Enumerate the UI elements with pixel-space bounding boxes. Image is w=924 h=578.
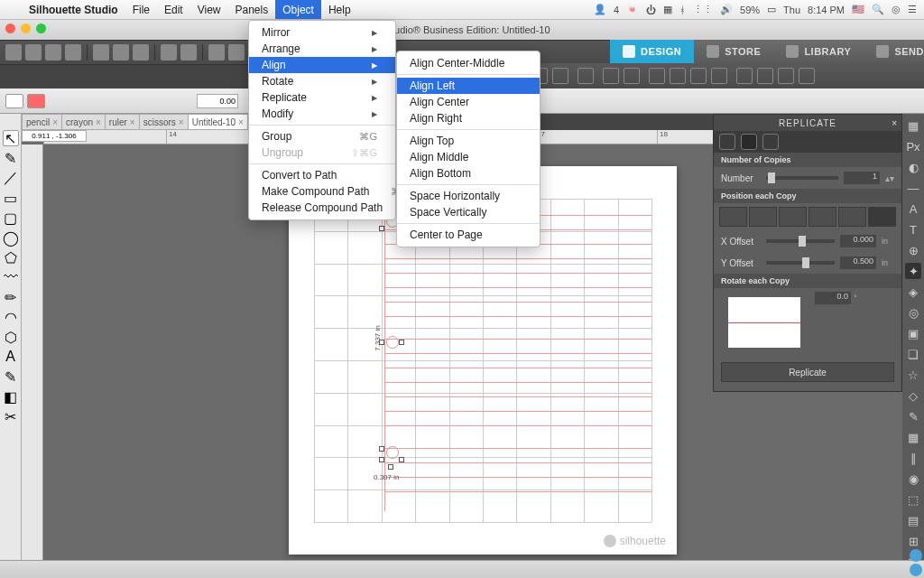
doc-tab[interactable]: crayon× <box>61 114 106 130</box>
replicate-button[interactable]: Replicate <box>721 362 894 382</box>
line-color-chip[interactable] <box>27 94 45 108</box>
menu-object[interactable]: Object <box>275 0 321 19</box>
number-stepper[interactable]: ▴▾ <box>885 173 894 183</box>
panel-tab-object[interactable] <box>762 134 779 150</box>
replicate-grid-icon[interactable] <box>690 68 707 84</box>
doc-tab-active[interactable]: Untitled-10× <box>188 114 248 130</box>
pos-down-gap[interactable] <box>838 207 866 227</box>
transform-panel-icon[interactable]: ⊕ <box>905 242 921 258</box>
spotlight-icon[interactable]: 🔍 <box>872 4 884 15</box>
menu-help[interactable]: Help <box>321 0 358 19</box>
space-vertically[interactable]: Space Vertically <box>397 204 540 220</box>
barcode-icon[interactable]: ∥ <box>905 450 921 466</box>
close-tab-icon[interactable]: × <box>179 117 184 127</box>
panel-tab-advanced[interactable] <box>741 134 757 150</box>
menu-group[interactable]: Group⌘G <box>249 128 395 144</box>
cut-icon[interactable] <box>93 44 109 61</box>
draw-note-tool[interactable]: ✎ <box>3 368 19 385</box>
line-panel-icon[interactable]: — <box>905 180 921 196</box>
fill-color-chip[interactable] <box>5 94 23 108</box>
rhinestone-icon[interactable]: ◇ <box>905 387 921 404</box>
close-tab-icon[interactable]: × <box>130 117 135 127</box>
align-center[interactable]: Align Center <box>397 94 540 110</box>
edit-points-tool[interactable]: ✎ <box>3 150 19 166</box>
menu-replicate[interactable]: Replicate <box>249 89 395 106</box>
angle-field[interactable]: 0.00 <box>197 94 238 108</box>
menu-edit[interactable]: Edit <box>157 0 190 19</box>
copy-icon[interactable] <box>113 44 129 61</box>
replicate-panel-icon[interactable]: ✦ <box>905 263 921 279</box>
siri-icon[interactable]: ◎ <box>892 4 901 15</box>
tiling-icon[interactable]: ⊞ <box>905 533 921 549</box>
themes-icon[interactable] <box>910 564 922 576</box>
menu-mirror[interactable]: Mirror <box>249 24 395 41</box>
selection-handle[interactable] <box>399 457 404 462</box>
flower-icon[interactable] <box>736 68 753 84</box>
fill-panel-icon[interactable]: ◐ <box>905 159 921 175</box>
regular-poly-tool[interactable]: ⬡ <box>3 329 19 345</box>
new-file-icon[interactable] <box>5 44 22 61</box>
space-horizontally[interactable]: Space Horizontally <box>397 188 540 204</box>
menu-panels[interactable]: Panels <box>228 0 276 19</box>
pos-right[interactable] <box>749 207 777 227</box>
app-name[interactable]: Silhouette Studio <box>22 4 125 16</box>
zoom-out-icon[interactable] <box>228 44 245 61</box>
align-top[interactable]: Align Top <box>397 133 540 149</box>
selection-handle[interactable] <box>379 226 384 231</box>
save-icon[interactable] <box>45 44 61 61</box>
modify-panel-icon[interactable]: ◈ <box>905 284 921 300</box>
shape-circle[interactable] <box>386 336 399 349</box>
align-center-middle[interactable]: Align Center-Middle <box>397 55 540 71</box>
shape-circle[interactable] <box>386 446 399 459</box>
tab-library[interactable]: LIBRARY <box>773 40 864 63</box>
menu-align[interactable]: Align <box>249 57 395 73</box>
menu-file[interactable]: File <box>125 0 157 19</box>
yoffset-slider[interactable] <box>766 261 835 265</box>
eraser-tool[interactable]: ◧ <box>3 388 19 405</box>
zoom-window[interactable] <box>36 23 46 33</box>
open-file-icon[interactable] <box>25 44 42 61</box>
align-bottom-icon[interactable] <box>552 68 568 84</box>
align-middle[interactable]: Align Middle <box>397 149 540 165</box>
star-panel-icon[interactable]: ☆ <box>905 367 921 383</box>
selection-handle[interactable] <box>399 340 404 345</box>
notification-center-icon[interactable]: ☰ <box>908 4 917 15</box>
close-tab-icon[interactable]: × <box>52 117 58 127</box>
align-left[interactable]: Align Left <box>397 78 540 94</box>
media-icon[interactable]: ▤ <box>905 512 921 528</box>
menu-rotate[interactable]: Rotate <box>249 73 395 89</box>
layers-panel-icon[interactable]: ❏ <box>905 346 921 362</box>
menu-convert-path[interactable]: Convert to Path <box>249 167 395 183</box>
xoffset-value[interactable]: 0.000 <box>840 235 876 247</box>
align-bottom[interactable]: Align Bottom <box>397 165 540 182</box>
pos-right-gap[interactable] <box>779 207 807 227</box>
freehand-tool[interactable]: ✏ <box>3 289 19 305</box>
star-icon[interactable] <box>757 68 773 84</box>
emboss-icon[interactable]: ◉ <box>905 471 921 487</box>
menu-arrange[interactable]: Arrange <box>249 41 395 57</box>
undo-icon[interactable] <box>161 44 177 61</box>
rotate-left-icon[interactable] <box>603 68 619 84</box>
offset-panel-icon[interactable]: ◎ <box>905 304 921 321</box>
replicate-col-icon[interactable] <box>670 68 686 84</box>
selection-handle[interactable] <box>379 446 384 452</box>
center-to-page[interactable]: Center to Page <box>397 227 540 243</box>
menu-release-compound[interactable]: Release Compound Path⇧⌘E <box>249 200 395 216</box>
video-icon[interactable] <box>799 68 815 84</box>
menu-make-compound[interactable]: Make Compound Path⌘E <box>249 183 395 200</box>
text-tool[interactable]: A <box>3 349 19 365</box>
cube-icon[interactable] <box>778 68 794 84</box>
arc-tool[interactable]: ◠ <box>3 309 19 325</box>
knife-tool[interactable]: ✂ <box>3 408 19 424</box>
rotate-value[interactable]: 0.0 <box>815 292 851 304</box>
close-tab-icon[interactable]: × <box>238 117 244 127</box>
redo-icon[interactable] <box>180 44 197 61</box>
center-page-icon[interactable] <box>578 68 594 84</box>
pixscan-icon[interactable]: Px <box>905 138 921 154</box>
polygon-tool[interactable]: ⬠ <box>3 249 19 266</box>
selection-handle[interactable] <box>379 457 384 462</box>
pos-down[interactable] <box>808 207 836 227</box>
doc-tab[interactable]: scissors× <box>139 114 189 130</box>
curve-tool[interactable]: 〰 <box>3 269 19 285</box>
preferences-icon[interactable] <box>910 549 922 562</box>
